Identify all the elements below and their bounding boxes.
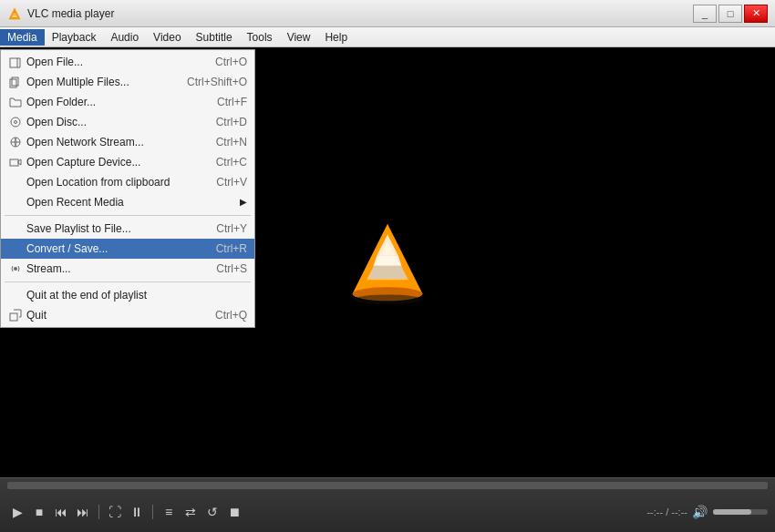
separator2 — [152, 505, 153, 519]
menu-audio[interactable]: Audio — [103, 27, 146, 46]
menu-view[interactable]: View — [280, 27, 318, 46]
controls-row: ▶ ■ ⏮ ⏭ ⛶ ⏸ ≡ ⇄ ↺ ⏹ --:-- / --:-- 🔊 — [0, 491, 775, 532]
svg-point-22 — [354, 294, 421, 304]
open-capture-icon — [8, 155, 23, 169]
open-network-icon — [8, 135, 23, 149]
open-file-label: Open File... — [26, 56, 197, 68]
title-bar: VLC media player _ □ ✕ — [0, 0, 775, 27]
open-recent-arrow: ▶ — [240, 197, 247, 207]
open-capture-label: Open Capture Device... — [26, 156, 198, 169]
app-icon — [7, 6, 22, 21]
menu-open-capture[interactable]: Open Capture Device... Ctrl+C — [1, 152, 254, 172]
open-file-shortcut: Ctrl+O — [215, 56, 247, 68]
open-multiple-icon — [8, 75, 23, 89]
menu-media[interactable]: Media — [0, 29, 45, 46]
media-menu-container: Media Open File... Ctrl+O Open Multiple … — [0, 29, 45, 46]
open-network-label: Open Network Stream... — [26, 136, 198, 148]
svg-rect-5 — [12, 77, 18, 86]
open-location-label: Open Location from clipboard — [26, 176, 198, 189]
menu-open-location[interactable]: Open Location from clipboard Ctrl+V — [1, 172, 254, 192]
svg-rect-3 — [10, 58, 17, 67]
open-capture-shortcut: Ctrl+C — [216, 156, 247, 169]
open-multiple-shortcut: Ctrl+Shift+O — [187, 76, 247, 88]
svg-rect-4 — [10, 79, 16, 87]
menu-open-multiple[interactable]: Open Multiple Files... Ctrl+Shift+O — [1, 72, 254, 92]
title-bar-left: VLC media player — [7, 6, 114, 21]
menu-stream[interactable]: Stream... Ctrl+S — [1, 259, 254, 279]
close-button[interactable]: ✕ — [744, 5, 768, 23]
stream-shortcut: Ctrl+S — [216, 262, 247, 275]
quit-end-icon — [8, 288, 23, 302]
save-playlist-icon — [8, 221, 23, 236]
time-display: --:-- / --:-- — [646, 506, 687, 517]
svg-rect-1 — [13, 15, 17, 17]
separator-1 — [5, 215, 251, 216]
open-folder-icon — [8, 95, 23, 109]
menu-open-network[interactable]: Open Network Stream... Ctrl+N — [1, 132, 254, 152]
menu-subtitle[interactable]: Subtitle — [189, 27, 240, 46]
quit-icon — [8, 308, 23, 322]
menu-video[interactable]: Video — [146, 27, 188, 46]
open-folder-label: Open Folder... — [26, 96, 199, 108]
svg-rect-2 — [14, 14, 16, 15]
controls-bar: ▶ ■ ⏮ ⏭ ⛶ ⏸ ≡ ⇄ ↺ ⏹ --:-- / --:-- 🔊 — [0, 477, 775, 532]
loop-button[interactable]: ↺ — [202, 502, 222, 522]
next-button[interactable]: ⏭ — [73, 502, 93, 522]
quit-shortcut: Ctrl+Q — [215, 309, 247, 322]
open-disc-shortcut: Ctrl+D — [216, 116, 247, 128]
convert-save-label: Convert / Save... — [26, 242, 198, 255]
volume-slider[interactable] — [713, 509, 768, 515]
app-title: VLC media player — [27, 7, 114, 20]
menu-tools[interactable]: Tools — [240, 27, 280, 46]
frame-button[interactable]: ⏹ — [224, 502, 244, 522]
svg-rect-10 — [10, 159, 18, 166]
prev-button[interactable]: ⏮ — [51, 502, 71, 522]
menu-convert-save[interactable]: Convert / Save... Ctrl+R — [1, 239, 254, 259]
random-button[interactable]: ⇄ — [181, 502, 201, 522]
title-controls: _ □ ✕ — [693, 5, 768, 23]
open-location-shortcut: Ctrl+V — [216, 176, 247, 189]
menu-open-recent[interactable]: Open Recent Media ▶ — [1, 192, 254, 212]
progress-bar[interactable] — [7, 482, 768, 489]
svg-point-7 — [15, 120, 17, 123]
menu-bar: Media Open File... Ctrl+O Open Multiple … — [0, 27, 775, 47]
open-disc-label: Open Disc... — [26, 116, 198, 128]
save-playlist-label: Save Playlist to File... — [26, 222, 198, 235]
convert-save-icon — [8, 241, 23, 256]
menu-quit-end[interactable]: Quit at the end of playlist — [1, 285, 254, 305]
stop-button[interactable]: ■ — [29, 502, 49, 522]
playlist-button[interactable]: ≡ — [159, 502, 179, 522]
open-location-icon — [8, 175, 23, 189]
extended-button[interactable]: ⏸ — [127, 502, 147, 522]
convert-save-shortcut: Ctrl+R — [216, 242, 247, 255]
open-network-shortcut: Ctrl+N — [216, 136, 247, 148]
play-button[interactable]: ▶ — [7, 502, 27, 522]
svg-marker-20 — [368, 266, 407, 279]
mute-button[interactable]: 🔊 — [689, 502, 709, 522]
menu-open-disc[interactable]: Open Disc... Ctrl+D — [1, 112, 254, 132]
separator — [98, 505, 99, 519]
menu-open-folder[interactable]: Open Folder... Ctrl+F — [1, 92, 254, 112]
open-multiple-label: Open Multiple Files... — [26, 76, 169, 88]
svg-rect-13 — [10, 313, 17, 321]
menu-open-file[interactable]: Open File... Ctrl+O — [1, 52, 254, 72]
svg-point-12 — [14, 267, 17, 271]
open-folder-shortcut: Ctrl+F — [217, 96, 247, 108]
minimize-button[interactable]: _ — [693, 5, 717, 23]
quit-label: Quit — [26, 309, 197, 322]
menu-playback[interactable]: Playback — [45, 27, 104, 46]
open-file-icon — [8, 55, 23, 69]
open-recent-icon — [8, 195, 23, 210]
fullscreen-button[interactable]: ⛶ — [105, 502, 125, 522]
restore-button[interactable]: □ — [718, 5, 742, 23]
menu-quit[interactable]: Quit Ctrl+Q — [1, 305, 254, 325]
open-disc-icon — [8, 115, 23, 129]
vlc-cone — [342, 217, 433, 308]
quit-end-label: Quit at the end of playlist — [26, 289, 229, 302]
menu-save-playlist[interactable]: Save Playlist to File... Ctrl+Y — [1, 219, 254, 239]
svg-point-6 — [11, 118, 20, 127]
media-dropdown: Open File... Ctrl+O Open Multiple Files.… — [0, 49, 255, 328]
stream-label: Stream... — [26, 262, 198, 275]
open-recent-label: Open Recent Media — [26, 196, 240, 209]
menu-help[interactable]: Help — [317, 27, 355, 46]
